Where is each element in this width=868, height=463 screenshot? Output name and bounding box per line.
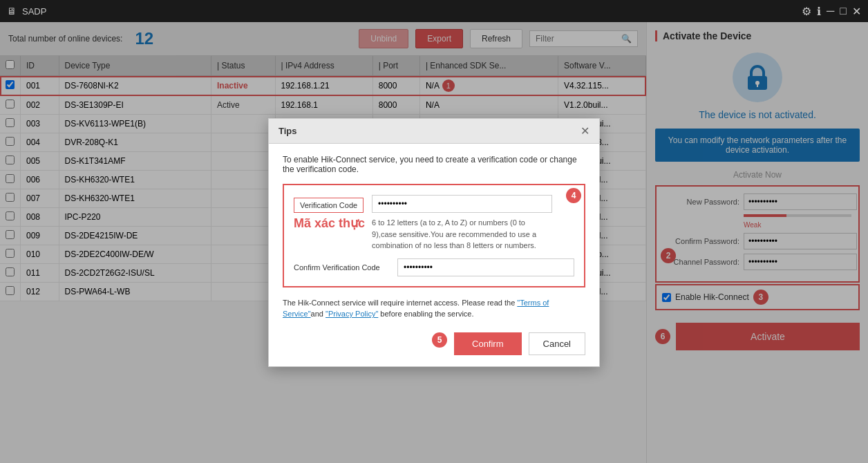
app-name: SADP: [22, 6, 802, 17]
confirm-verification-input[interactable]: [397, 258, 574, 276]
tips-modal: Tips ✕ To enable Hik-Connect service, yo…: [268, 118, 600, 367]
restore-btn[interactable]: □: [840, 5, 847, 17]
confirm-verification-row: Confirm Verification Code: [294, 258, 574, 276]
app-icon: 🖥: [7, 6, 17, 17]
badge-4: 4: [566, 188, 581, 203]
verification-code-input[interactable]: [372, 195, 552, 213]
confirm-button[interactable]: Confirm: [454, 332, 522, 355]
badge-5: 5: [432, 332, 447, 348]
verification-code-row: Verification Code Mã xác thực 6 to 12 le…: [294, 195, 574, 252]
modal-overlay: Tips ✕ To enable Hik-Connect service, yo…: [0, 22, 868, 463]
cancel-button[interactable]: Cancel: [529, 332, 585, 355]
modal-header: Tips ✕: [269, 119, 599, 144]
modal-footer-note: The Hik-Connect service will require int…: [283, 297, 585, 320]
modal-buttons: 5 Confirm Cancel: [283, 330, 585, 355]
title-bar-controls: ⚙ ℹ ─ □ ✕: [802, 5, 861, 18]
title-bar: 🖥 SADP ⚙ ℹ ─ □ ✕: [0, 0, 868, 22]
modal-title: Tips: [279, 126, 297, 136]
settings-icon[interactable]: ⚙: [802, 5, 811, 18]
minimize-btn[interactable]: ─: [827, 5, 834, 17]
footer-text-3: before enabling the service.: [378, 310, 473, 318]
ma-xac-thuc-label: Mã xác thực: [294, 216, 365, 231]
modal-body: To enable Hik-Connect service, you need …: [269, 144, 599, 366]
verification-code-label: Verification Code: [294, 198, 364, 213]
footer-text-1: The Hik-Connect service will require int…: [283, 299, 517, 307]
verification-hint: 6 to 12 letters (a to z, A to Z) or numb…: [372, 217, 552, 252]
info-icon[interactable]: ℹ: [817, 5, 821, 18]
privacy-link[interactable]: "Privacy Policy": [326, 310, 378, 318]
verification-box: Verification Code Mã xác thực 6 to 12 le…: [283, 184, 585, 287]
modal-close-button[interactable]: ✕: [581, 124, 589, 138]
confirm-verification-label: Confirm Verification Code: [294, 263, 390, 272]
modal-description: To enable Hik-Connect service, you need …: [283, 155, 585, 174]
footer-text-2: and: [311, 310, 326, 318]
close-btn[interactable]: ✕: [852, 5, 861, 18]
